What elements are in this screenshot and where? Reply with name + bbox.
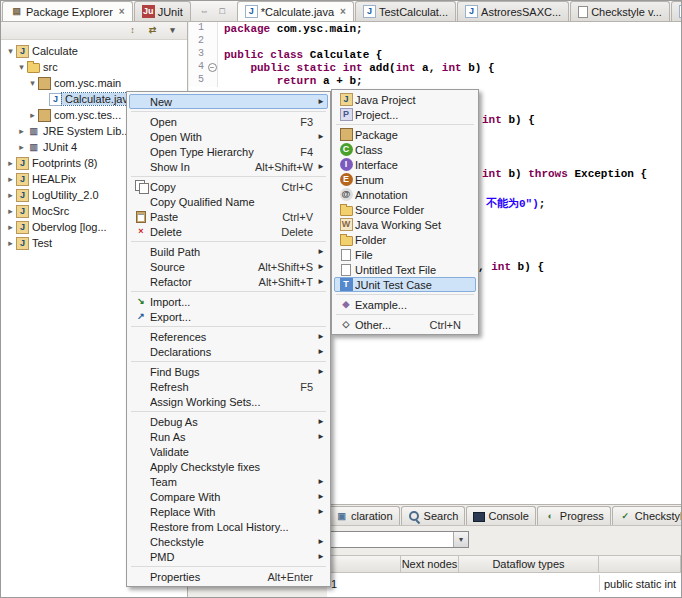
menu-item-other[interactable]: ◇Other...Ctrl+N	[334, 317, 476, 332]
menu-item-open[interactable]: OpenF3	[129, 114, 328, 129]
menu-item-file[interactable]: File	[334, 247, 476, 262]
expander-expanded-icon[interactable]: ▾	[27, 78, 38, 88]
expander-collapsed-icon[interactable]: ▸	[27, 110, 38, 120]
tree-item-label: LogUtility_2.0	[29, 189, 102, 201]
menu-item-show-in[interactable]: Show InAlt+Shift+W►	[129, 159, 328, 174]
menu-item-refactor[interactable]: RefactorAlt+Shift+T►	[129, 274, 328, 289]
menu-item-open-with[interactable]: Open With►	[129, 129, 328, 144]
submenu-arrow-icon: ►	[316, 367, 325, 376]
menu-item-annotation[interactable]: @Annotation	[334, 187, 476, 202]
view-restore-icon[interactable]: ⇔	[198, 5, 211, 18]
menu-item-copy-qualified-name[interactable]: Copy Qualified Name	[129, 194, 328, 209]
bottom-tab-search[interactable]: Search	[401, 506, 466, 525]
bottom-tab-claration[interactable]: ▣claration	[328, 506, 400, 525]
menu-shortcut: Alt+Shift+S	[255, 261, 316, 273]
menu-item-compare-with[interactable]: Compare With►	[129, 489, 328, 504]
dataflow-combo[interactable]: ▾	[327, 531, 469, 548]
menu-item-source-folder[interactable]: Source Folder	[334, 202, 476, 217]
link-with-editor-icon[interactable]: ⇄	[146, 24, 159, 37]
menu-item-restore-from-local-history[interactable]: Restore from Local History...	[129, 519, 328, 534]
menu-item-new[interactable]: New►	[129, 94, 328, 109]
menu-item-label: Declarations	[150, 346, 316, 358]
tree-item-com-ysc-main[interactable]: ▾com.ysc.main	[1, 75, 187, 91]
menu-item-java-project[interactable]: JJava Project	[334, 92, 476, 107]
menu-item-build-path[interactable]: Build Path►	[129, 244, 328, 259]
menu-item-validate[interactable]: Validate	[129, 444, 328, 459]
submenu-arrow-icon: ►	[316, 417, 325, 426]
menu-item-run-as[interactable]: Run As►	[129, 429, 328, 444]
menu-item-open-type-hierarchy[interactable]: Open Type HierarchyF4	[129, 144, 328, 159]
other-icon: ◇	[340, 318, 353, 331]
menu-item-java-working-set[interactable]: WJava Working Set	[334, 217, 476, 232]
close-icon[interactable]: ×	[340, 6, 346, 17]
view-maximize-icon[interactable]: □	[216, 5, 229, 18]
menu-separator	[131, 241, 326, 242]
expander-collapsed-icon[interactable]: ▸	[5, 174, 16, 184]
menu-item-properties[interactable]: PropertiesAlt+Enter	[129, 569, 328, 584]
bottom-tab-console[interactable]: Console	[466, 506, 535, 525]
expander-collapsed-icon[interactable]: ▸	[16, 126, 27, 136]
expander-expanded-icon[interactable]: ▾	[5, 46, 16, 56]
menu-item-package[interactable]: Package	[334, 127, 476, 142]
menu-item-team[interactable]: Team►	[129, 474, 328, 489]
expander-collapsed-icon[interactable]: ▸	[5, 238, 16, 248]
tree-item-src[interactable]: ▾src	[1, 59, 187, 75]
menu-item-project[interactable]: PProject...	[334, 107, 476, 122]
table-row[interactable]: 1public static int	[327, 575, 681, 592]
submenu-arrow-icon: ►	[316, 132, 325, 141]
menu-item-checkstyle[interactable]: Checkstyle►	[129, 534, 328, 549]
close-icon[interactable]: ×	[119, 6, 125, 17]
editor-tab-spatialvecto[interactable]: JSpatialVecto...	[671, 1, 681, 21]
menu-item-delete[interactable]: ×DeleteDelete	[129, 224, 328, 239]
editor-tab-astroressaxc[interactable]: JAstroresSAXC...	[457, 1, 569, 21]
menu-item-import[interactable]: ↘Import...	[129, 294, 328, 309]
menu-item-refresh[interactable]: RefreshF5	[129, 379, 328, 394]
menu-item-junit-test-case[interactable]: TJUnit Test Case	[334, 277, 476, 292]
bottom-tab-checkstyle-violations[interactable]: ✓Checkstyle violations	[612, 506, 681, 525]
collapse-all-icon[interactable]: ↕	[126, 24, 139, 37]
menu-item-class[interactable]: CClass	[334, 142, 476, 157]
editor-tab-testcalculat[interactable]: JTestCalculat...	[355, 1, 456, 21]
editor-tab-calculate-java[interactable]: J*Calculate.java×	[237, 1, 354, 21]
menu-item-declarations[interactable]: Declarations►	[129, 344, 328, 359]
menu-item-source[interactable]: SourceAlt+Shift+S►	[129, 259, 328, 274]
view-tab-package-explorer[interactable]: ▤Package Explorer×	[2, 1, 133, 21]
menu-item-enum[interactable]: EEnum	[334, 172, 476, 187]
tree-item-label: com.ysc.main	[51, 77, 124, 89]
expander-collapsed-icon[interactable]: ▸	[5, 222, 16, 232]
expander-collapsed-icon[interactable]: ▸	[5, 206, 16, 216]
tree-item-calculate[interactable]: ▾JCalculate	[1, 43, 187, 59]
tab-label: Checkstyle v...	[591, 6, 662, 18]
combo-dropdown-icon[interactable]: ▾	[453, 532, 468, 547]
menu-item-copy[interactable]: CopyCtrl+C	[129, 179, 328, 194]
expander-collapsed-icon[interactable]: ▸	[16, 142, 27, 152]
menu-item-interface[interactable]: IInterface	[334, 157, 476, 172]
checkstyle-icon: ✓	[619, 510, 632, 523]
menu-item-folder[interactable]: Folder	[334, 232, 476, 247]
fold-marker-icon[interactable]: −	[207, 61, 218, 74]
declaration-icon: ▣	[335, 510, 348, 523]
combo-value	[328, 532, 453, 547]
menu-item-untitled-text-file[interactable]: Untitled Text File	[334, 262, 476, 277]
menu-item-references[interactable]: References►	[129, 329, 328, 344]
menu-item-find-bugs[interactable]: Find Bugs►	[129, 364, 328, 379]
expander-collapsed-icon[interactable]: ▸	[5, 190, 16, 200]
menu-item-label: Java Project	[355, 94, 464, 106]
code-token: 不能为0")	[486, 198, 539, 210]
view-menu-icon[interactable]: ▾	[166, 24, 179, 37]
menu-item-debug-as[interactable]: Debug As►	[129, 414, 328, 429]
view-tab-junit[interactable]: JuJUnit	[134, 1, 191, 21]
editor-tab-checkstyle-v[interactable]: Checkstyle v...	[570, 1, 670, 21]
menu-item-example[interactable]: ◆Example...	[334, 297, 476, 312]
menu-item-pmd[interactable]: PMD►	[129, 549, 328, 564]
expander-collapsed-icon[interactable]: ▸	[5, 158, 16, 168]
java-file-icon: J	[363, 5, 376, 18]
menu-item-paste[interactable]: PasteCtrl+V	[129, 209, 328, 224]
bottom-tab-progress[interactable]: ◐Progress	[537, 506, 611, 525]
code-token	[224, 62, 250, 74]
menu-item-export[interactable]: ↗Export...	[129, 309, 328, 324]
expander-expanded-icon[interactable]: ▾	[16, 62, 27, 72]
menu-item-apply-checkstyle-fixes[interactable]: Apply Checkstyle fixes	[129, 459, 328, 474]
menu-item-assign-working-sets[interactable]: Assign Working Sets...	[129, 394, 328, 409]
menu-item-replace-with[interactable]: Replace With►	[129, 504, 328, 519]
